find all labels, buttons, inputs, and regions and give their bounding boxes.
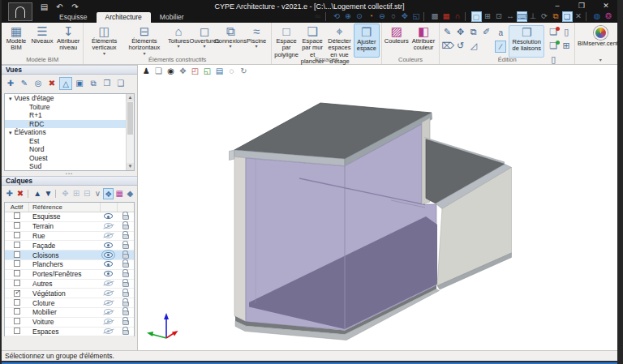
delete-layer-icon[interactable]: ✖ [15, 188, 25, 199]
separator[interactable] [28, 190, 31, 198]
layer-active-checkbox[interactable] [14, 308, 20, 315]
layer-visibility-icon[interactable] [104, 271, 113, 276]
niveaux-button[interactable]: ☰ Niveaux ▾ [29, 24, 55, 58]
search-icon[interactable]: ∞ [313, 11, 324, 22]
zoom-all-icon[interactable]: ⊙ [354, 11, 365, 22]
delete-view-icon[interactable]: ✖ [45, 77, 58, 90]
move-down-icon[interactable]: ▼ [43, 188, 54, 199]
orbit-icon[interactable]: ○ [389, 11, 399, 22]
view-tree-item[interactable]: Vues 3D [5, 171, 134, 172]
view-tree-item[interactable]: Toiture [5, 103, 134, 112]
layer-active-checkbox[interactable] [14, 251, 20, 258]
layer-row[interactable]: Rue [5, 232, 134, 242]
zoom-window-icon[interactable]: ⊕ [343, 11, 354, 22]
edit-icon[interactable]: ✎ [441, 26, 453, 39]
view-tree-item[interactable]: Nord [5, 145, 134, 154]
layer-lock-icon[interactable] [122, 244, 129, 249]
layer-row[interactable]: Végétation [5, 289, 134, 298]
views-scrollbar[interactable]: ▲ ▼ [126, 94, 134, 170]
perpendicular-icon[interactable]: ⊥ [528, 11, 539, 22]
open-views-icon[interactable]: ❒ [101, 77, 114, 90]
comment-icon[interactable]: ❏ [562, 11, 573, 22]
layer-lock-icon[interactable] [122, 263, 129, 268]
move-icon[interactable]: ✥ [454, 26, 466, 39]
layer-active-checkbox[interactable] [14, 212, 20, 219]
grid-edit-icon[interactable]: ▩ [430, 11, 440, 22]
modele-bim-button[interactable]: ▦ Modèle BIM ▾ [3, 24, 29, 58]
redraw-icon[interactable]: ◔ [366, 11, 376, 22]
layer-active-checkbox[interactable] [14, 222, 20, 229]
espace-par-mur-et-plancher-button[interactable]: ❏ Espace par mur et plancher ▾ [299, 24, 325, 58]
separator[interactable] [55, 190, 58, 198]
move-up-icon[interactable]: ▲ [32, 188, 42, 199]
layer-row[interactable]: Terrain [5, 222, 134, 232]
add-layer-icon[interactable]: ✚ [4, 188, 15, 199]
zoom-out-icon[interactable]: ⊖ [377, 11, 388, 22]
layer-visibility-icon[interactable] [104, 309, 113, 315]
layer-active-checkbox[interactable] [14, 242, 20, 248]
separator[interactable] [586, 12, 590, 21]
view-type-icon[interactable]: △ [59, 77, 72, 90]
solid-view-icon[interactable]: ❖ [103, 188, 114, 199]
fit-icon[interactable]: ✥ [60, 188, 71, 199]
edit-view-icon[interactable]: ✎ [18, 77, 31, 90]
layer-row[interactable]: Planchers [5, 260, 134, 270]
layer-row[interactable]: Autres [5, 280, 134, 289]
3d-scene[interactable] [138, 65, 619, 350]
layer-lock-icon[interactable] [122, 254, 129, 259]
attribuer-niveau-button[interactable]: ↧ Attribuer niveau ▾ [55, 24, 81, 58]
new-view-icon[interactable]: ✚ [4, 77, 17, 90]
origin-icon[interactable]: ⊡ [494, 11, 505, 22]
measure-icon[interactable]: ∕ [495, 41, 506, 53]
layer-visibility-icon[interactable] [104, 252, 113, 258]
scroll-down-icon[interactable]: ▼ [127, 163, 134, 170]
resolution-de-liaisons-button[interactable]: ❒ Résolution de liaisons [509, 25, 544, 58]
red-plane-icon[interactable]: ◰ [190, 66, 200, 76]
layer-row[interactable]: Portes/Fenêtres [5, 270, 134, 280]
door-icon[interactable]: ▯ [560, 26, 573, 40]
hide-icon[interactable]: ◌ [226, 66, 237, 76]
collapse-all-icon[interactable]: ⊟ [81, 188, 92, 199]
visibility-icon[interactable]: ◉ [165, 66, 176, 76]
layer-active-checkbox[interactable] [14, 318, 20, 324]
ouvertures-button[interactable]: ◻ Ouvertures ▾ [191, 24, 217, 58]
layer-lock-icon[interactable] [122, 225, 129, 229]
rotate-icon[interactable]: ↺ [454, 40, 466, 53]
render-icon[interactable]: ❂ [604, 11, 614, 22]
view-tree-item[interactable]: Vues d'étage [5, 94, 134, 103]
layer-active-checkbox[interactable] [14, 328, 20, 334]
text-cursor-icon[interactable]: a [495, 27, 506, 39]
elements-horizontaux-button[interactable]: ⊟ Éléments horizontaux ▾ [123, 24, 165, 58]
maximize-button[interactable]: ❐ [575, 0, 588, 11]
layer-lock-icon[interactable] [122, 310, 129, 315]
layer-row[interactable]: Mobilier [5, 308, 134, 318]
layer-active-checkbox[interactable] [14, 280, 20, 286]
close-button[interactable]: ✕ [599, 0, 612, 11]
scroll-up-icon[interactable]: ▲ [127, 94, 134, 101]
Mobilier[interactable]: Mobilier [151, 12, 193, 23]
layer-visibility-icon[interactable] [104, 290, 113, 296]
minimize-button[interactable]: – [551, 0, 564, 11]
elements-verticaux-button[interactable]: ◫ Éléments verticaux ▾ [85, 24, 122, 58]
green-plane-icon[interactable]: ◱ [202, 66, 213, 76]
view-tree-item[interactable]: Ouest [5, 154, 134, 163]
expand-all-icon[interactable]: ⊞ [71, 188, 81, 199]
find-view-icon[interactable]: ◎ [32, 77, 45, 90]
layer-visibility-icon[interactable] [104, 233, 113, 238]
zoom-previous-icon[interactable]: ⟲ [332, 11, 342, 22]
layer-visibility-icon[interactable] [104, 242, 113, 248]
layer-active-checkbox[interactable] [14, 270, 20, 276]
layer-visibility-icon[interactable] [104, 300, 113, 306]
pan-icon[interactable]: ✥ [400, 11, 410, 22]
angle-snap-icon[interactable]: ⟳ [539, 11, 550, 22]
layer-row[interactable]: Espaces [5, 328, 134, 337]
dimension-icon[interactable]: ↔ [505, 11, 516, 22]
walkthrough-icon[interactable]: ♟ [141, 66, 152, 76]
magnet-icon[interactable]: ∩ [453, 11, 463, 22]
scroll-thumb[interactable] [127, 102, 133, 135]
piscine-button[interactable]: ≈ Piscine ▾ [243, 24, 269, 58]
detecter-espaces-button[interactable]: ⌖ Détecter espaces en vue d'étage ▾ [325, 24, 354, 58]
layer-row[interactable]: Voiture [5, 318, 134, 328]
couleurs-button[interactable]: ▨ Couleurs ▾ [384, 24, 410, 58]
view-tree-item[interactable]: Sud [5, 162, 134, 171]
